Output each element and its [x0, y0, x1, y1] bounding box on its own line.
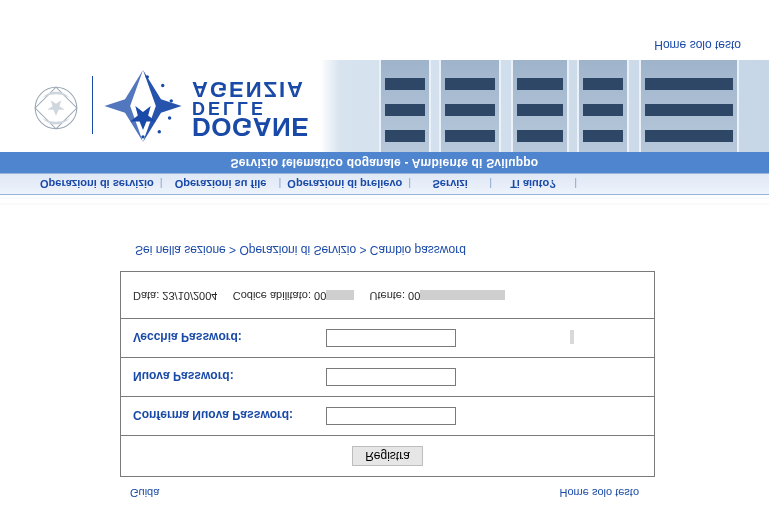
nav-sep: | — [154, 178, 169, 190]
info-date-value: 23/10/2004 — [162, 290, 217, 302]
nav-sep: | — [273, 178, 288, 190]
svg-marker-1 — [47, 100, 64, 116]
info-utente-label: Utente: — [370, 290, 405, 302]
link-guida[interactable]: Guida — [130, 487, 159, 499]
title-bar: Servizio telematico doganale - Ambiente … — [0, 152, 769, 173]
logo-band: DOGANE DELLE AGENZIA — [0, 60, 769, 152]
svg-point-8 — [170, 99, 173, 102]
nav-sep: | — [568, 178, 583, 190]
info-row: Data: 23/10/2004 Codice abilitato: 00 Ut… — [121, 271, 655, 318]
nav-operazioni-file[interactable]: Operazioni su file — [175, 178, 267, 190]
info-codice-label: Codice abilitato: — [233, 290, 311, 302]
row-old-password: Vecchia Password: — [121, 319, 655, 358]
link-home-solo-testo-bottom[interactable]: Home solo testo — [654, 38, 741, 52]
nav-bar: Operazioni di servizio| Operazioni su fi… — [0, 173, 769, 195]
logo-line3: AGENZIA — [192, 79, 309, 99]
svg-point-10 — [146, 75, 149, 78]
state-emblem-icon — [30, 82, 82, 134]
svg-point-6 — [158, 130, 161, 133]
svg-point-5 — [141, 135, 144, 138]
password-form: Registra Conferma Nuova Password: Nuova … — [120, 271, 655, 477]
info-date-label: Data: — [133, 290, 159, 302]
link-home-solo-testo-top[interactable]: Home solo testo — [560, 487, 639, 499]
label-new-password: Nuova Password: — [133, 370, 323, 384]
nav-operazioni-prelievo[interactable]: Operazioni di prelievo — [287, 178, 402, 190]
logo-divider — [92, 76, 93, 134]
info-utente-prefix: 00 — [408, 290, 420, 302]
top-links: Guida Home solo testo — [0, 477, 769, 505]
svg-point-9 — [161, 84, 164, 87]
nav-servizi[interactable]: Servizi — [432, 178, 467, 190]
input-new-password[interactable] — [326, 368, 456, 386]
logo-text: DOGANE DELLE AGENZIA — [192, 79, 309, 138]
building-graphic — [339, 60, 769, 152]
registra-button[interactable]: Registra — [352, 446, 423, 466]
row-new-password: Nuova Password: — [121, 358, 655, 397]
cursor-mark — [570, 330, 574, 344]
footer: Home solo testo — [0, 38, 769, 60]
input-old-password[interactable] — [326, 329, 456, 347]
svg-point-7 — [168, 116, 171, 119]
nav-sep: | — [402, 178, 417, 190]
row-confirm-password: Conferma Nuova Password: — [121, 397, 655, 436]
nav-ti-aiuto[interactable]: Ti aiuto? — [510, 178, 556, 190]
nav-sep: | — [483, 178, 498, 190]
label-confirm-password: Conferma Nuova Password: — [133, 409, 323, 423]
input-confirm-password[interactable] — [326, 407, 456, 425]
redacted-icon — [420, 290, 505, 300]
submit-row: Registra — [121, 436, 655, 477]
eu-stars-icon — [104, 70, 182, 142]
label-old-password: Vecchia Password: — [133, 331, 323, 345]
info-codice-prefix: 00 — [314, 290, 326, 302]
redacted-icon — [326, 290, 354, 300]
svg-marker-3 — [104, 70, 143, 142]
nav-operazioni-servizio[interactable]: Operazioni di servizio — [40, 178, 154, 190]
svg-marker-2 — [143, 70, 182, 142]
breadcrumb: Sei nella sezione > Operazioni di Serviz… — [135, 243, 769, 257]
